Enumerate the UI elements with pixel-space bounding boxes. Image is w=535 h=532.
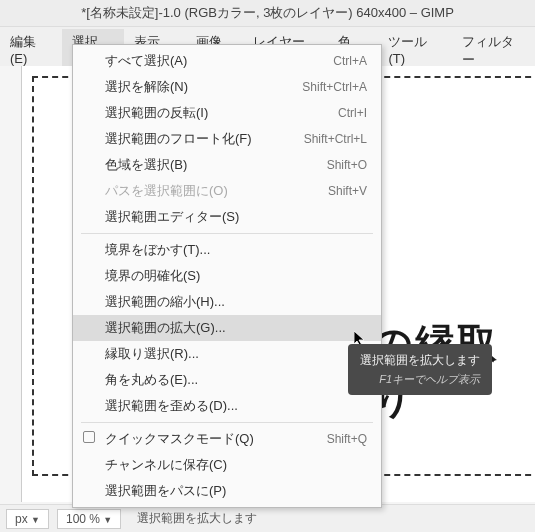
menu-item-by-color[interactable]: 色域を選択(B)Shift+O xyxy=(73,152,381,178)
menu-item-invert[interactable]: 選択範囲の反転(I)Ctrl+I xyxy=(73,100,381,126)
menu-item-select-none[interactable]: 選択を解除(N)Shift+Ctrl+A xyxy=(73,74,381,100)
separator xyxy=(81,233,373,234)
window-title: *[名称未設定]-1.0 (RGBカラー, 3枚のレイヤー) 640x400 –… xyxy=(0,0,535,27)
menu-item-distort[interactable]: 選択範囲を歪める(D)... xyxy=(73,393,381,419)
menu-item-border[interactable]: 縁取り選択(R)... xyxy=(73,341,381,367)
menu-item-grow[interactable]: 選択範囲の拡大(G)... xyxy=(73,315,381,341)
menu-item-to-path[interactable]: 選択範囲をパスに(P) xyxy=(73,478,381,504)
menu-item-quickmask[interactable]: クイックマスクモード(Q)Shift+Q xyxy=(73,426,381,452)
menu-item-selection-editor[interactable]: 選択範囲エディター(S) xyxy=(73,204,381,230)
status-message: 選択範囲を拡大します xyxy=(137,510,257,527)
select-menu-dropdown: すべて選択(A)Ctrl+A 選択を解除(N)Shift+Ctrl+A 選択範囲… xyxy=(72,44,382,508)
unit-selector[interactable]: px ▼ xyxy=(6,509,49,529)
checkbox-icon xyxy=(83,431,95,443)
zoom-selector[interactable]: 100 % ▼ xyxy=(57,509,121,529)
chevron-down-icon: ▼ xyxy=(31,515,40,525)
statusbar: px ▼ 100 % ▼ 選択範囲を拡大します xyxy=(0,504,535,532)
menu-item-select-all[interactable]: すべて選択(A)Ctrl+A xyxy=(73,48,381,74)
tooltip-subtitle: F1キーでヘルプ表示 xyxy=(360,372,480,387)
menu-item-feather[interactable]: 境界をぼかす(T)... xyxy=(73,237,381,263)
menu-item-save-to-channel[interactable]: チャンネルに保存(C) xyxy=(73,452,381,478)
vertical-ruler xyxy=(0,66,22,502)
tooltip: 選択範囲を拡大します F1キーでヘルプ表示 xyxy=(348,344,492,395)
chevron-down-icon: ▼ xyxy=(103,515,112,525)
menu-item-from-path: パスを選択範囲に(O)Shift+V xyxy=(73,178,381,204)
tooltip-title: 選択範囲を拡大します xyxy=(360,352,480,369)
separator xyxy=(81,422,373,423)
menu-item-rounded[interactable]: 角を丸める(E)... xyxy=(73,367,381,393)
menu-item-float[interactable]: 選択範囲のフロート化(F)Shift+Ctrl+L xyxy=(73,126,381,152)
menu-item-sharpen[interactable]: 境界の明確化(S) xyxy=(73,263,381,289)
menu-item-shrink[interactable]: 選択範囲の縮小(H)... xyxy=(73,289,381,315)
